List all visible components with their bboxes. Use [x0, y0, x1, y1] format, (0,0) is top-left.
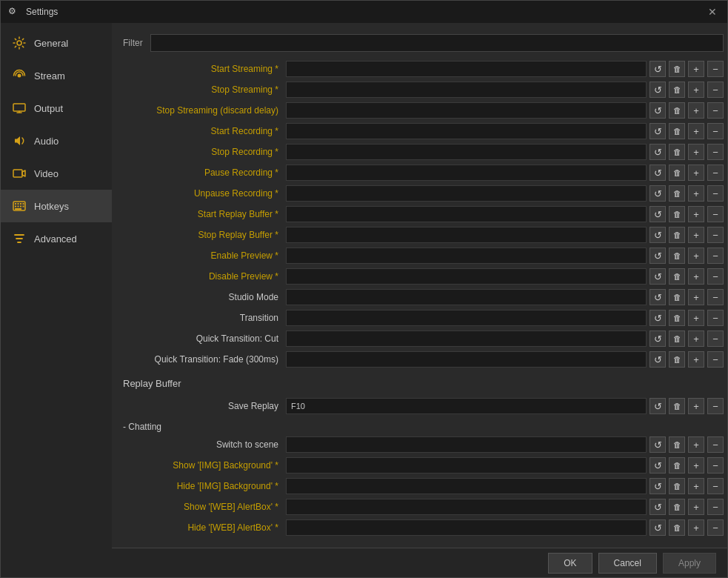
- hotkey-delete-button[interactable]: 🗑: [669, 351, 685, 368]
- hotkey-delete-button[interactable]: 🗑: [669, 310, 685, 326]
- hotkey-reset-button[interactable]: ↺: [649, 330, 666, 347]
- hotkey-key-input[interactable]: [286, 436, 647, 453]
- hotkey-reset-button[interactable]: ↺: [649, 102, 666, 119]
- hotkey-remove-button[interactable]: −: [707, 436, 724, 453]
- cancel-button[interactable]: Cancel: [598, 553, 657, 574]
- sidebar-item-general[interactable]: General: [1, 27, 112, 59]
- hotkey-delete-button[interactable]: 🗑: [669, 227, 685, 243]
- ok-button[interactable]: OK: [548, 553, 592, 574]
- hotkey-remove-button[interactable]: −: [707, 248, 724, 264]
- hotkey-add-button[interactable]: +: [688, 478, 704, 494]
- hotkey-add-button[interactable]: +: [688, 519, 704, 536]
- hotkey-remove-button[interactable]: −: [707, 102, 724, 119]
- hotkey-delete-button[interactable]: 🗑: [669, 289, 685, 305]
- hotkey-key-input[interactable]: [286, 398, 647, 414]
- hotkey-key-input[interactable]: [286, 185, 647, 202]
- hotkey-remove-button[interactable]: −: [707, 61, 724, 77]
- sidebar-item-advanced[interactable]: Advanced: [1, 222, 112, 255]
- hotkey-delete-button[interactable]: 🗑: [669, 478, 685, 494]
- hotkey-reset-button[interactable]: ↺: [649, 185, 666, 202]
- hotkey-add-button[interactable]: +: [688, 457, 704, 474]
- hotkey-remove-button[interactable]: −: [707, 123, 724, 139]
- hotkey-reset-button[interactable]: ↺: [649, 268, 666, 285]
- hotkey-remove-button[interactable]: −: [707, 206, 724, 222]
- hotkey-delete-button[interactable]: 🗑: [669, 144, 685, 160]
- hotkey-remove-button[interactable]: −: [707, 165, 724, 181]
- hotkey-reset-button[interactable]: ↺: [649, 61, 666, 77]
- hotkey-key-input[interactable]: [286, 82, 647, 98]
- hotkey-key-input[interactable]: [286, 206, 647, 222]
- hotkey-key-input[interactable]: [286, 519, 647, 536]
- hotkey-add-button[interactable]: +: [688, 102, 704, 119]
- hotkey-reset-button[interactable]: ↺: [649, 457, 666, 474]
- sidebar-item-hotkeys[interactable]: Hotkeys: [1, 190, 112, 222]
- filter-input[interactable]: [150, 34, 724, 52]
- hotkey-remove-button[interactable]: −: [707, 457, 724, 474]
- hotkey-key-input[interactable]: [286, 457, 647, 474]
- hotkey-remove-button[interactable]: −: [707, 185, 724, 202]
- hotkey-remove-button[interactable]: −: [707, 519, 724, 536]
- hotkey-delete-button[interactable]: 🗑: [669, 61, 685, 77]
- hotkey-reset-button[interactable]: ↺: [649, 206, 666, 222]
- sidebar-item-output[interactable]: Output: [1, 92, 112, 124]
- hotkey-reset-button[interactable]: ↺: [649, 351, 666, 368]
- hotkey-reset-button[interactable]: ↺: [649, 227, 666, 243]
- hotkey-key-input[interactable]: [286, 165, 647, 181]
- hotkey-key-input[interactable]: [286, 227, 647, 243]
- hotkey-remove-button[interactable]: −: [707, 351, 724, 368]
- hotkey-key-input[interactable]: [286, 351, 647, 368]
- hotkey-add-button[interactable]: +: [688, 227, 704, 243]
- hotkey-delete-button[interactable]: 🗑: [669, 330, 685, 347]
- sidebar-item-video[interactable]: Video: [1, 157, 112, 190]
- hotkey-add-button[interactable]: +: [688, 398, 704, 414]
- hotkey-add-button[interactable]: +: [688, 61, 704, 77]
- hotkey-remove-button[interactable]: −: [707, 499, 724, 515]
- hotkey-add-button[interactable]: +: [688, 310, 704, 326]
- hotkey-delete-button[interactable]: 🗑: [669, 102, 685, 119]
- hotkey-reset-button[interactable]: ↺: [649, 499, 666, 515]
- hotkey-add-button[interactable]: +: [688, 268, 704, 285]
- hotkey-delete-button[interactable]: 🗑: [669, 268, 685, 285]
- hotkey-delete-button[interactable]: 🗑: [669, 436, 685, 453]
- hotkey-key-input[interactable]: [286, 248, 647, 264]
- hotkey-remove-button[interactable]: −: [707, 289, 724, 305]
- hotkey-reset-button[interactable]: ↺: [649, 519, 666, 536]
- hotkey-reset-button[interactable]: ↺: [649, 478, 666, 494]
- hotkey-add-button[interactable]: +: [688, 436, 704, 453]
- hotkey-key-input[interactable]: [286, 310, 647, 326]
- hotkey-key-input[interactable]: [286, 499, 647, 515]
- hotkey-remove-button[interactable]: −: [707, 330, 724, 347]
- hotkey-key-input[interactable]: [286, 61, 647, 77]
- hotkey-reset-button[interactable]: ↺: [649, 165, 666, 181]
- sidebar-item-stream[interactable]: Stream: [1, 59, 112, 92]
- hotkey-remove-button[interactable]: −: [707, 478, 724, 494]
- hotkey-remove-button[interactable]: −: [707, 82, 724, 98]
- apply-button[interactable]: Apply: [663, 553, 716, 574]
- hotkey-delete-button[interactable]: 🗑: [669, 499, 685, 515]
- hotkey-delete-button[interactable]: 🗑: [669, 519, 685, 536]
- hotkey-add-button[interactable]: +: [688, 123, 704, 139]
- hotkey-remove-button[interactable]: −: [707, 144, 724, 160]
- hotkey-add-button[interactable]: +: [688, 330, 704, 347]
- hotkey-add-button[interactable]: +: [688, 144, 704, 160]
- hotkey-delete-button[interactable]: 🗑: [669, 165, 685, 181]
- hotkey-key-input[interactable]: [286, 102, 647, 119]
- hotkey-delete-button[interactable]: 🗑: [669, 206, 685, 222]
- hotkey-add-button[interactable]: +: [688, 206, 704, 222]
- hotkey-delete-button[interactable]: 🗑: [669, 457, 685, 474]
- hotkey-reset-button[interactable]: ↺: [649, 398, 666, 414]
- sidebar-item-audio[interactable]: Audio: [1, 124, 112, 157]
- hotkey-reset-button[interactable]: ↺: [649, 123, 666, 139]
- hotkey-add-button[interactable]: +: [688, 248, 704, 264]
- hotkey-add-button[interactable]: +: [688, 82, 704, 98]
- hotkey-key-input[interactable]: [286, 144, 647, 160]
- hotkey-add-button[interactable]: +: [688, 289, 704, 305]
- hotkey-remove-button[interactable]: −: [707, 398, 724, 414]
- hotkey-add-button[interactable]: +: [688, 499, 704, 515]
- hotkey-reset-button[interactable]: ↺: [649, 248, 666, 264]
- hotkey-reset-button[interactable]: ↺: [649, 289, 666, 305]
- hotkey-key-input[interactable]: [286, 123, 647, 139]
- hotkey-add-button[interactable]: +: [688, 351, 704, 368]
- hotkey-reset-button[interactable]: ↺: [649, 310, 666, 326]
- hotkey-key-input[interactable]: [286, 289, 647, 305]
